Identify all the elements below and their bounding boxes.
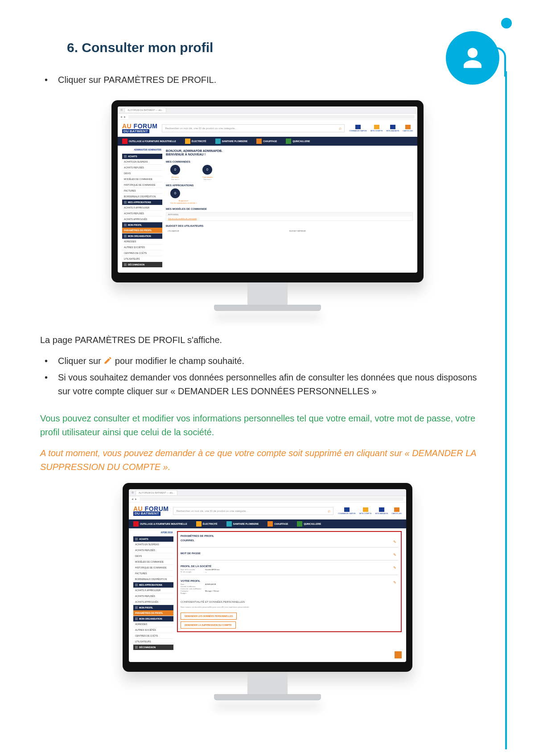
search-input[interactable]: Rechercher un mot clé, une ID de produit… — [173, 507, 333, 515]
menu-item[interactable]: CENTRES DE COÛTS — [133, 633, 173, 639]
menu-item[interactable]: DEVIS — [133, 553, 173, 559]
monitor-screen: AU FORUM DU BATIMENT — afo... ◀ ▶ AU FOR… — [118, 106, 417, 273]
menu-item[interactable]: MODÈLES DE COMMANDE — [122, 176, 162, 182]
browser-tab[interactable]: AU FORUM DU BATIMENT — afo... — [136, 490, 177, 495]
prof-privacy-note: Nous traitons vos données personnelles p… — [181, 606, 398, 608]
menu-item[interactable]: UTILISATEURS — [122, 256, 162, 262]
nav-item[interactable]: CHAUFFAGE — [268, 521, 288, 527]
hdr-store[interactable]: MON MAGASIN — [387, 125, 399, 132]
tab-dot — [132, 491, 134, 494]
browser-tab[interactable]: AU FORUM DU BATIMENT — afo... — [124, 107, 166, 112]
menu-item[interactable]: FACTURES — [122, 188, 162, 194]
hdr-account[interactable]: MON COMPTE — [370, 125, 383, 132]
menu-item[interactable]: FACTURES — [133, 571, 173, 576]
menu-head-approb[interactable]: MES APPROBATIONS — [122, 200, 162, 205]
request-delete-button[interactable]: DEMANDER LA SUPPRESSION DU COMPTE — [181, 621, 236, 629]
hdr-account[interactable]: MON COMPTE — [359, 507, 372, 515]
user-icon — [459, 45, 486, 71]
pencil-icon — [103, 355, 112, 369]
menu-item[interactable]: HISTORIQUE DE COMMANDE — [122, 182, 162, 188]
top-nav: OUTILLAGE & FOURNITURE INDUSTRIELLE ÉLEC… — [118, 137, 417, 146]
side-menu: ADMINAFDB ADMINAFDB ACHATS ACHATS EN SUS… — [122, 148, 162, 267]
nav-item[interactable]: OUTILLAGE & FOURNITURE INDUSTRIELLE — [122, 139, 176, 144]
menu-item-params-profil[interactable]: PARAMÈTRES DE PROFIL — [133, 610, 173, 616]
menu-item[interactable]: AUTRES SOCIÉTÉS — [133, 627, 173, 633]
scroll-top-button[interactable] — [395, 651, 402, 658]
site-logo[interactable]: AU FORUM DU BATIMENT — [122, 123, 157, 133]
pencil-icon[interactable]: ✎ — [393, 566, 396, 570]
menu-item[interactable]: ACHATS À APPROUVER — [133, 588, 173, 593]
menu-item[interactable]: ADRESSES — [133, 621, 173, 627]
back-icon[interactable]: ◀ — [132, 498, 133, 500]
search-placeholder: Rechercher un mot clé, une ID de produit… — [176, 510, 248, 512]
commandes-circles: 0En coursVoir tout > 0CommandesVoir tout… — [166, 165, 413, 180]
forward-icon[interactable]: ▶ — [135, 498, 137, 500]
nav-item[interactable]: ÉLECTRICITÉ — [185, 139, 206, 144]
circle-3[interactable]: 0À approuverVoir les approbations en att… — [170, 188, 197, 204]
hdr-cart[interactable]: 0 ARTICLES — [391, 507, 402, 515]
menu-head-deco[interactable]: DÉCONNEXION — [122, 262, 162, 267]
menu-head-approb[interactable]: MES APPROBATIONS — [133, 582, 173, 588]
menu-item[interactable]: ACHATS REFUSÉS — [122, 165, 162, 171]
request-data-button[interactable]: DEMANDER LES DONNÉES PERSONNELLES — [181, 613, 237, 620]
menu-head-profil[interactable]: MON PROFIL — [133, 605, 173, 610]
menu-head-profil[interactable]: MON PROFIL — [122, 222, 162, 228]
menu-item[interactable]: ACHATS EN SUSPENS — [122, 159, 162, 165]
highlight-box: PARAMÈTRES DE PROFIL COURRIEL ✎ MOT DE P… — [177, 531, 402, 632]
pencil-icon[interactable]: ✎ — [393, 540, 396, 544]
menu-item[interactable]: BORDEREAUX D'EXPÉDITION — [133, 576, 173, 582]
circle-2[interactable]: 0CommandesVoir tout > — [202, 165, 213, 180]
menu-item-params-profil[interactable]: PARAMÈTRES DE PROFIL — [122, 228, 162, 233]
nav-item[interactable]: QUINCAILLERIE — [297, 521, 321, 527]
prof-email: COURRIEL ✎ — [181, 539, 398, 548]
nav-item[interactable]: OUTILLAGE & FOURNITURE INDUSTRIELLE — [133, 521, 187, 527]
menu-item[interactable]: HISTORIQUE DE COMMANDE — [133, 565, 173, 571]
approb-circles: 0À approuverVoir les approbations en att… — [166, 188, 413, 204]
nav-item[interactable]: SANITAIRE PLOMBERIE — [226, 521, 259, 527]
menu-item[interactable]: BORDEREAUX D'EXPÉDITION — [122, 194, 162, 200]
steps-list-2: Cliquer sur pour modifier le champ souha… — [27, 354, 508, 398]
menu-item[interactable]: ACHATS APPROUVÉS — [133, 599, 173, 605]
menu-item[interactable]: AUTRES SOCIÉTÉS — [122, 245, 162, 250]
menu-head-org[interactable]: MON ORGANISATION — [122, 233, 162, 239]
hdr-quick-order[interactable]: COMMANDE RAPIDE — [349, 125, 367, 132]
browser-tab-bar: AU FORUM DU BATIMENT — afo... — [118, 106, 417, 114]
menu-item[interactable]: ACHATS APPROUVÉS — [122, 217, 162, 222]
menu-item[interactable]: ADRESSES — [122, 239, 162, 245]
menu-item[interactable]: ACHATS À APPROUVER — [122, 205, 162, 211]
hdr-cart[interactable]: 0 ARTICLES — [403, 125, 413, 132]
forward-icon[interactable]: ▶ — [124, 115, 126, 118]
search-icon[interactable]: ⌕ — [328, 508, 330, 513]
pencil-icon[interactable]: ✎ — [393, 580, 396, 584]
menu-head-achats[interactable]: ACHATS — [122, 154, 162, 159]
address-field[interactable] — [128, 115, 415, 119]
circle-1[interactable]: 0En coursVoir tout > — [170, 165, 180, 180]
nav-item[interactable]: SANITAIRE PLOMBERIE — [215, 139, 248, 144]
modeles-table: INTITULÉ(S) Voir tous les modèles de com… — [166, 212, 413, 221]
search-icon[interactable]: ⌕ — [339, 126, 342, 131]
menu-item[interactable]: DEVIS — [122, 171, 162, 176]
nav-item[interactable]: QUINCAILLERIE — [286, 139, 310, 144]
menu-head-deco[interactable]: DÉCONNEXION — [133, 645, 173, 650]
address-field[interactable] — [140, 497, 403, 501]
pencil-icon[interactable]: ✎ — [393, 553, 396, 557]
tbl-link[interactable]: Voir tous les modèles de commande — [166, 217, 412, 221]
menu-item[interactable]: UTILISATEURS — [133, 639, 173, 645]
hdr-store[interactable]: MON MAGASIN — [375, 507, 388, 515]
menu-head-achats[interactable]: ACHATS — [133, 536, 173, 542]
nav-item[interactable]: CHAUFFAGE — [256, 139, 277, 144]
menu-head-org[interactable]: MON ORGANISATION — [133, 616, 173, 621]
menu-item[interactable]: CENTRES DE COÛTS — [122, 250, 162, 256]
side-menu: AFDB 2019 ACHATS ACHATS EN SUSPENS ACHAT… — [133, 531, 173, 657]
nav-item[interactable]: ÉLECTRICITÉ — [196, 521, 218, 527]
profile-page: PARAMÈTRES DE PROFIL COURRIEL ✎ MOT DE P… — [177, 531, 402, 657]
menu-item[interactable]: ACHATS REFUSÉS — [133, 548, 173, 553]
site-logo[interactable]: AU FORUM DU BATIMENT — [133, 506, 169, 516]
menu-item[interactable]: ACHATS EN SUSPENS — [133, 542, 173, 548]
search-input[interactable]: Rechercher un mot clé, une ID de produit… — [162, 124, 345, 132]
hdr-quick-order[interactable]: COMMANDE RAPIDE — [338, 507, 356, 515]
menu-item[interactable]: ACHATS REFUSÉS — [133, 593, 173, 599]
menu-item[interactable]: ACHATS REFUSÉS — [122, 211, 162, 217]
menu-item[interactable]: MODÈLES DE COMMANDE — [133, 559, 173, 565]
back-icon[interactable]: ◀ — [120, 115, 122, 118]
